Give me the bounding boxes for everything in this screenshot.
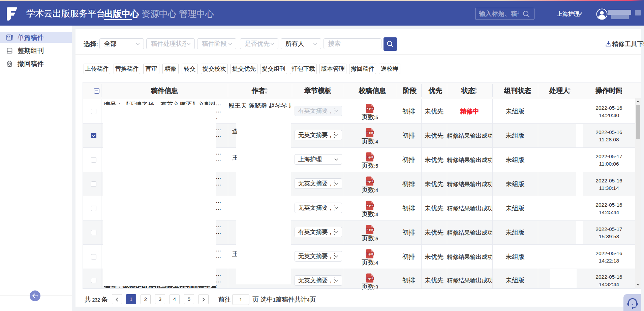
svg-text:H-pdf: H-pdf [367,252,373,255]
svg-text:H-pdf: H-pdf [367,204,373,207]
svg-text:H-pdf: H-pdf [367,107,373,110]
svg-text:H-pdf: H-pdf [367,131,373,134]
svg-text:H-pdf: H-pdf [367,277,373,280]
svg-text:H-pdf: H-pdf [367,156,373,159]
svg-text:H-pdf: H-pdf [367,228,373,231]
svg-text:H-pdf: H-pdf [367,180,373,183]
